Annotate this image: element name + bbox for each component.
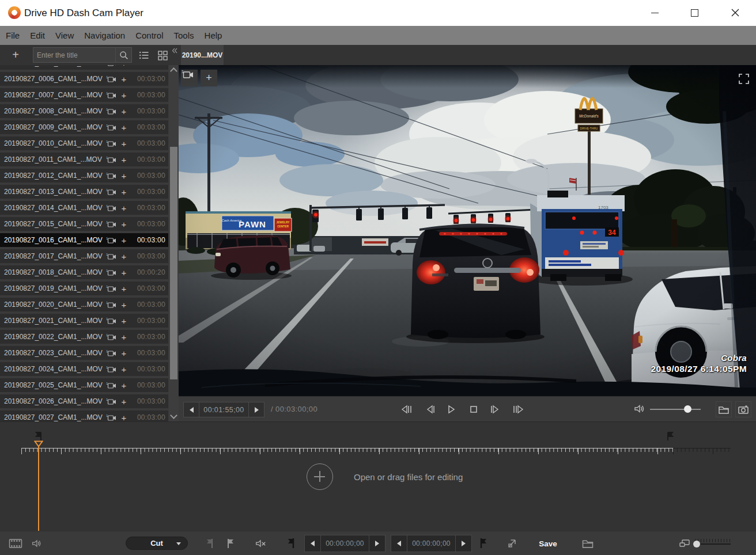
file-row[interactable]: 20190827_0025_CAM1_...MOV 1 + 00:03:00 [0,378,168,392]
add-to-timeline-icon[interactable]: + [118,90,130,100]
add-to-timeline-icon[interactable]: + [118,219,130,229]
file-row[interactable]: 20190827_0019_CAM1_...MOV 1 + 00:03:00 [0,282,168,295]
scroll-down-icon[interactable] [170,412,177,419]
file-row[interactable]: 20190827_0021_CAM1_...MOV 1 + 00:03:00 [0,314,168,328]
video-frame[interactable]: McDonald's DRIVE-THRU [179,65,756,396]
file-row[interactable]: 20190827_0017_CAM1_...MOV 1 + 00:03:00 [0,249,168,263]
open-folder-button[interactable] [716,401,732,417]
add-to-timeline-icon[interactable]: + [118,203,130,213]
file-row[interactable]: 20190827_0022_CAM1_...MOV 1 + 00:03:00 [0,330,168,344]
open-files-icon[interactable] [307,463,333,490]
add-to-timeline-icon[interactable]: + [118,316,130,326]
file-row[interactable]: 20190827_0012_CAM1_...MOV 1 + 00:03:00 [0,169,168,183]
scroll-up-icon[interactable] [170,67,177,75]
collapse-tabs-button[interactable] [171,47,179,55]
edit-mode-dropdown[interactable]: Cut [126,537,188,550]
menu-help[interactable]: Help [205,31,229,40]
step-back-button[interactable] [423,402,438,417]
current-time[interactable]: 00:01:55;00 [199,402,249,417]
add-to-timeline-icon[interactable]: + [118,252,130,261]
in-marker-flag[interactable] [35,432,43,441]
filmstrip-track-button[interactable] [7,535,24,552]
minimize-button[interactable] [637,0,672,25]
add-to-timeline-icon[interactable]: + [118,65,130,68]
add-to-timeline-icon[interactable]: + [118,187,130,197]
step-forward-button[interactable] [487,402,502,417]
start-time-value[interactable]: 00:00:00;00 [320,535,369,552]
add-to-timeline-icon[interactable]: + [118,235,130,245]
add-to-timeline-icon[interactable]: + [118,123,130,132]
file-row[interactable]: 20190827_0027_CAM1_...MOV 1 + 00:03:00 [0,410,168,421]
add-to-timeline-icon[interactable]: + [118,397,130,406]
fullscreen-button[interactable] [738,73,750,85]
search-input[interactable] [33,51,115,59]
skip-back-button[interactable] [399,402,414,417]
camera-view-button[interactable]: 1 [181,70,198,86]
add-to-timeline-icon[interactable]: + [118,364,130,374]
file-row[interactable]: 20190827_0009_CAM1_...MOV 1 + 00:03:00 [0,120,168,134]
file-list-scrollbar[interactable] [169,65,179,421]
file-row[interactable]: 20190827_0011_CAM1_...MOV 1 + 00:03:00 [0,153,168,166]
list-view-button[interactable] [137,48,152,63]
maximize-button[interactable] [677,0,712,25]
time-increment-button[interactable] [249,402,264,417]
timeline-ruler-end[interactable] [673,448,731,454]
menu-file[interactable]: File [6,31,27,40]
add-to-timeline-icon[interactable]: + [118,268,130,278]
end-time-increment[interactable] [456,535,471,552]
volume-button[interactable] [633,402,645,415]
add-to-timeline-icon[interactable]: + [118,381,130,390]
add-to-timeline-icon[interactable]: + [118,300,130,310]
stop-button[interactable] [466,402,481,417]
file-row[interactable]: 20190827_0015_CAM1_...MOV 1 + 00:03:00 [0,217,168,231]
file-row[interactable]: 20190827_0024_CAM1_...MOV 1 + 00:03:00 [0,362,168,376]
add-to-timeline-icon[interactable]: + [118,155,130,165]
volume-knob[interactable] [684,405,691,413]
timeline-zoom-slider[interactable] [695,543,731,545]
file-row[interactable]: 20190827_0006_CAM1_...MOV 1 + 00:03:00 [0,72,168,86]
file-row[interactable]: 20190827_0014_CAM1_...MOV 1 + 00:03:00 [0,201,168,215]
playhead-line[interactable] [38,446,39,531]
file-row[interactable]: 20190827_0010_CAM1_...MOV 1 + 00:03:00 [0,136,168,150]
file-row[interactable]: 20190827_0018_CAM1_...MOV 1 + 00:00:20 [0,265,168,279]
timeline-ruler[interactable] [21,448,673,454]
add-view-button[interactable]: + [201,70,217,86]
audio-track-button[interactable] [28,535,45,552]
add-to-timeline-icon[interactable]: + [118,413,130,422]
time-decrement-button[interactable] [184,402,199,417]
start-time-decrement[interactable] [305,535,320,552]
timeline-zoom-knob[interactable] [693,541,700,548]
menu-control[interactable]: Control [135,31,170,40]
file-row[interactable]: 20190827_0007_CAM1_...MOV 1 + 00:03:00 [0,88,168,102]
grid-view-button[interactable] [155,48,170,63]
set-out-point-button[interactable] [222,535,239,552]
file-row[interactable]: 20190827_0020_CAM1_...MOV 1 + 00:03:00 [0,298,168,311]
skip-forward-button[interactable] [511,402,526,417]
add-to-timeline-icon[interactable]: + [118,284,130,294]
scrollbar-thumb[interactable] [170,147,177,379]
editing-timeline[interactable]: Open or drag files for editing [0,421,756,531]
set-in-point-button[interactable] [201,535,218,552]
file-row[interactable]: 20190827_0016_CAM1_...MOV 1 + 00:03:00 [0,233,168,247]
file-row[interactable]: 20190827_0005_CAM1_...MOV 1 + 00:03:00 [0,65,168,70]
play-button[interactable] [444,402,459,417]
volume-slider[interactable] [650,409,701,410]
add-to-timeline-icon[interactable]: + [118,348,130,358]
file-row[interactable]: 20190827_0026_CAM1_...MOV 1 + 00:03:00 [0,394,168,408]
save-button[interactable]: Save [529,531,567,555]
menu-tools[interactable]: Tools [174,31,201,40]
menu-navigation[interactable]: Navigation [84,31,132,40]
output-folder-button[interactable] [579,535,596,552]
menu-edit[interactable]: Edit [30,31,52,40]
add-to-timeline-icon[interactable]: + [118,332,130,342]
add-file-button[interactable]: + [7,45,24,65]
file-row[interactable]: 20190827_0013_CAM1_...MOV 1 + 00:03:00 [0,185,168,199]
out-marker-flag[interactable] [666,432,674,441]
end-time-value[interactable]: 00:00:00;00 [407,535,456,552]
end-time-decrement[interactable] [391,535,407,552]
file-row[interactable]: 20190827_0023_CAM1_...MOV 1 + 00:03:00 [0,346,168,360]
start-time-increment[interactable] [369,535,385,552]
video-tab[interactable]: 20190...MOV [181,45,224,65]
file-row[interactable]: 20190827_0008_CAM1_...MOV 1 + 00:03:00 [0,104,168,118]
mute-button[interactable] [252,535,269,552]
